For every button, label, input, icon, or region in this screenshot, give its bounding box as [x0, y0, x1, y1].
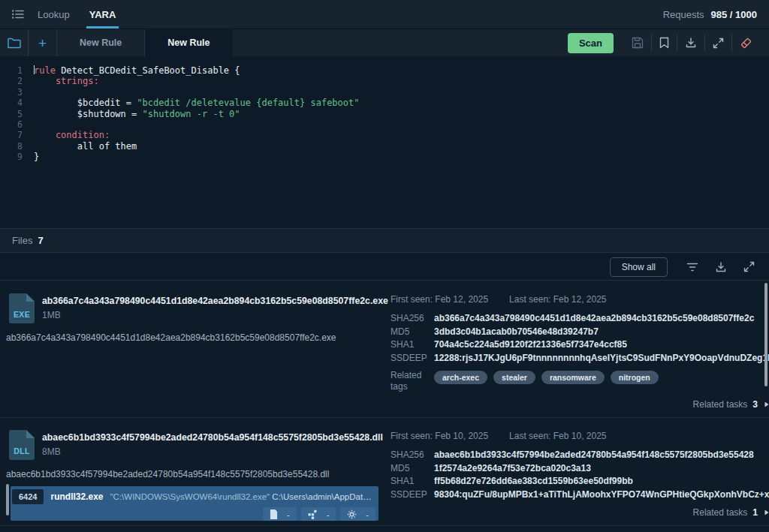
last-seen: Last seen: Feb 10, 2025 — [509, 431, 606, 441]
code-line: 2 strings: — [8, 76, 769, 86]
code-line: 8 all of them — [8, 141, 769, 152]
tag-list: arch-exec stealer ransomware nitrogen — [434, 370, 659, 392]
line-number: 7 — [8, 130, 23, 140]
process-modules-button[interactable]: - — [301, 507, 336, 521]
hash-label: SHA1 — [391, 338, 434, 352]
files-toolbar: Show all — [0, 254, 769, 281]
rule-toolbar: Scan — [568, 29, 769, 56]
yara-code-editor[interactable]: 1 rule Detect_BCDedit_SafeBoot_Disable {… — [0, 56, 769, 228]
code-line: 1 rule Detect_BCDedit_SafeBoot_Disable { — [8, 65, 769, 76]
code-string: "bcdedit /deletevalue {default} safeboot… — [137, 98, 359, 108]
file-name[interactable]: abaec6b1bd3933c4f57994be2aded24780b54a95… — [42, 432, 383, 443]
exe-file-icon: EXE — [9, 293, 35, 323]
show-all-button[interactable]: Show all — [610, 257, 668, 277]
file-size: 8MB — [42, 446, 383, 457]
requests-label: Requests — [663, 9, 704, 20]
process-files-button[interactable]: - — [263, 507, 297, 521]
hash-label: SHA1 — [391, 475, 434, 488]
save-icon[interactable] — [624, 37, 651, 49]
files-scrollbar-thumb[interactable] — [764, 283, 767, 386]
tag-badge[interactable]: arch-exec — [434, 371, 487, 384]
hash-table: SHA256 ab366a7c4a343a798490c4451d1d8e42a… — [391, 312, 757, 365]
file-card: EXE ab366a7c4a343a798490c4451d1d8e42aea2… — [0, 281, 769, 418]
related-tasks-link[interactable]: Related tasks 1 — [693, 507, 769, 518]
file-details-column: First seen: Feb 12, 2025 Last seen: Feb … — [391, 281, 757, 417]
hash-label: SSDEEP — [391, 488, 434, 502]
hash-value: ab366a7c4a343a798490c4451d1d8e42aea2b894… — [434, 312, 754, 326]
first-seen: First seen: Feb 12, 2025 — [391, 294, 488, 305]
settings-counter: - — [366, 510, 369, 519]
menu-list-icon[interactable] — [12, 9, 24, 20]
code-text: } — [34, 152, 39, 162]
download-icon[interactable] — [677, 37, 704, 49]
scan-button[interactable]: Scan — [568, 33, 614, 53]
files-title: Files — [12, 235, 32, 246]
tag-badge[interactable]: ransomware — [541, 371, 605, 384]
file-summary-column: DLL abaec6b1bd3933c4f57994be2aded24780b5… — [6, 418, 383, 525]
files-section-header: Files 7 — [0, 228, 769, 253]
related-tasks-count: 1 — [752, 507, 758, 518]
files-counter: - — [287, 510, 290, 519]
plus-icon: + — [38, 36, 47, 50]
hash-row: SHA256 ab366a7c4a343a798490c4451d1d8e42a… — [391, 312, 757, 326]
hash-label: SSDEEP — [391, 352, 434, 365]
code-text: Detect_BCDedit_SafeBoot_Disable { — [56, 65, 240, 76]
nav-lookup[interactable]: Lookup — [38, 0, 70, 29]
related-tasks-link[interactable]: Related tasks 3 — [693, 399, 769, 410]
files-expand-icon[interactable] — [738, 261, 760, 272]
filter-icon[interactable] — [681, 263, 704, 272]
line-number: 6 — [8, 119, 23, 130]
rule-tab-inactive[interactable]: New Rule — [57, 29, 145, 56]
tag-badge[interactable]: nitrogen — [611, 371, 659, 384]
line-number: 1 — [8, 65, 23, 76]
file-name[interactable]: ab366a7c4a343a798490c4451d1d8e42aea2b894… — [42, 296, 388, 306]
nav-yara[interactable]: YARA — [89, 0, 116, 29]
line-number: 2 — [8, 76, 23, 86]
file-summary-column: EXE ab366a7c4a343a798490c4451d1d8e42aea2… — [6, 281, 383, 417]
rule-tab-strip: + New Rule New Rule Scan — [0, 29, 769, 56]
code-text: $shutdown = — [34, 109, 143, 119]
code-line: 6 — [8, 119, 769, 130]
last-seen: Last seen: Feb 12, 2025 — [509, 294, 606, 305]
code-line: 7 condition: — [8, 130, 769, 140]
bookmark-icon[interactable] — [652, 37, 677, 49]
requests-counter: Requests 985 / 1000 — [663, 9, 757, 20]
code-line: 5 $shutdown = "shutdown -r -t 0" — [8, 109, 769, 119]
line-number: 4 — [8, 98, 23, 108]
expand-icon[interactable] — [705, 38, 731, 49]
eraser-icon[interactable] — [732, 37, 760, 50]
related-tasks-label: Related tasks — [693, 399, 748, 410]
seen-dates: First seen: Feb 10, 2025 Last seen: Feb … — [391, 431, 757, 441]
code-line: 4 $bcdedit = "bcdedit /deletevalue {defa… — [8, 98, 769, 108]
file-head: EXE ab366a7c4a343a798490c4451d1d8e42aea2… — [9, 293, 383, 323]
hash-row: SHA1 704a4c5c224a5d9120f2f21336e5f7347e4… — [391, 338, 757, 352]
hash-row: MD5 1f2574a2e9264a7f53e72bca020c3a13 — [391, 462, 757, 476]
process-settings-button[interactable]: - — [340, 507, 375, 521]
hash-value: abaec6b1bd3933c4f57994be2aded24780b54a95… — [434, 449, 754, 462]
tag-badge[interactable]: stealer — [493, 371, 535, 384]
rule-tab-active[interactable]: New Rule — [145, 29, 232, 56]
hash-table: SHA256 abaec6b1bd3933c4f57994be2aded2478… — [391, 449, 757, 501]
hash-value: 98304:quZFu/8upMPBx1+aTiThLjAMoohxYFPO74… — [434, 488, 769, 502]
folder-icon — [8, 38, 21, 49]
hash-row: SHA1 ff5b68d27e726dd6ae383cd1559b63ee50d… — [391, 475, 757, 488]
process-indicator-row: - - — [11, 504, 378, 521]
hash-value: ff5b68d27e726dd6ae383cd1559b63ee50df99bb — [434, 475, 633, 488]
line-number: 3 — [8, 87, 23, 98]
seen-dates: First seen: Feb 12, 2025 Last seen: Feb … — [391, 294, 757, 305]
hash-value: 704a4c5c224a5d9120f2f21336e5f7347e4ccf85 — [434, 338, 627, 352]
line-number: 9 — [8, 152, 23, 162]
related-tags-row: Related tags arch-exec stealer ransomwar… — [391, 370, 757, 392]
hash-row: SHA256 abaec6b1bd3933c4f57994be2aded2478… — [391, 449, 757, 462]
add-rule-button[interactable]: + — [29, 29, 57, 56]
document-icon — [270, 509, 278, 519]
process-card[interactable]: 6424 rundll32.exe "C:\WINDOWS\SysWOW64\r… — [11, 486, 378, 521]
files-download-icon[interactable] — [710, 261, 732, 273]
open-rule-button[interactable] — [0, 29, 29, 56]
requests-value: 985 / 1000 — [711, 9, 757, 20]
hash-row: MD5 3dbd3c04b1acab0b70546e48d39247b7 — [391, 326, 757, 339]
line-number: 8 — [8, 141, 23, 152]
hash-label: SHA256 — [391, 449, 434, 462]
process-list-scrollbar[interactable] — [6, 484, 9, 515]
hash-value: 3dbd3c04b1acab0b70546e48d39247b7 — [434, 326, 599, 339]
